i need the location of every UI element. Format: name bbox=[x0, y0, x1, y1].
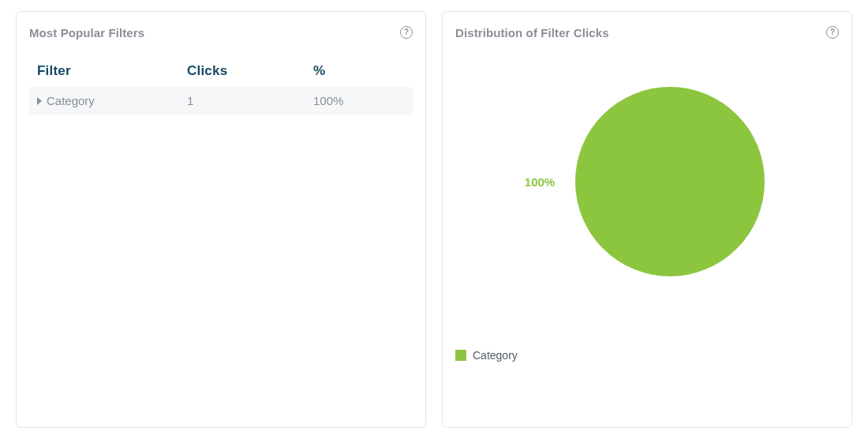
chart-legend: Category bbox=[455, 349, 518, 362]
column-header-clicks[interactable]: Clicks bbox=[187, 63, 313, 79]
help-icon[interactable]: ? bbox=[826, 26, 839, 39]
pie-area: 100% bbox=[455, 87, 839, 276]
table-row[interactable]: Category 1 100% bbox=[29, 87, 413, 114]
panel-header: Distribution of Filter Clicks ? bbox=[455, 26, 839, 39]
pie-slice-label: 100% bbox=[525, 175, 555, 189]
cell-percent: 100% bbox=[313, 94, 405, 107]
table-header-row: Filter Clicks % bbox=[29, 57, 413, 87]
cell-filter-label: Category bbox=[47, 94, 95, 107]
panel-title: Most Popular Filters bbox=[29, 26, 144, 39]
panel-header: Most Popular Filters ? bbox=[29, 26, 413, 39]
filters-table: Filter Clicks % Category 1 100% bbox=[29, 57, 413, 114]
pie-slice-category[interactable] bbox=[575, 87, 765, 276]
panel-title: Distribution of Filter Clicks bbox=[455, 26, 609, 39]
legend-swatch bbox=[455, 350, 466, 361]
chevron-right-icon[interactable] bbox=[37, 97, 42, 105]
most-popular-filters-panel: Most Popular Filters ? Filter Clicks % C… bbox=[16, 11, 426, 428]
pie-chart: 100% Category bbox=[455, 55, 839, 371]
column-header-filter[interactable]: Filter bbox=[37, 63, 187, 79]
cell-clicks: 1 bbox=[187, 94, 313, 107]
legend-label[interactable]: Category bbox=[473, 349, 518, 362]
column-header-percent[interactable]: % bbox=[313, 63, 405, 79]
cell-filter: Category bbox=[37, 94, 187, 107]
help-icon[interactable]: ? bbox=[400, 26, 413, 39]
distribution-panel: Distribution of Filter Clicks ? 100% Cat… bbox=[442, 11, 852, 428]
